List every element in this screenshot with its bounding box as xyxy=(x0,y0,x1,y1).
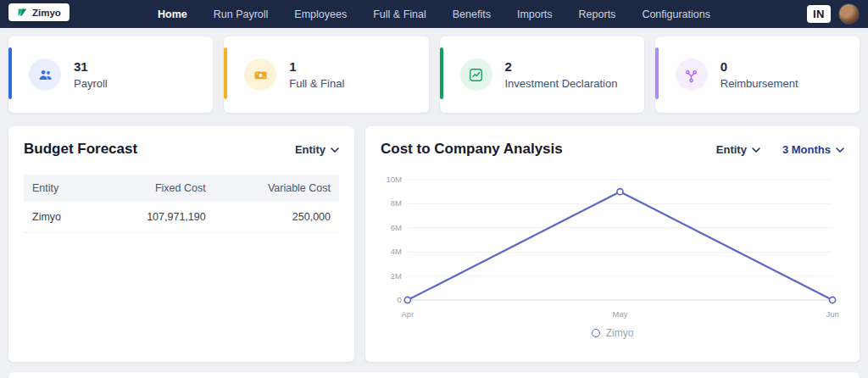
brand-name: Zimyo xyxy=(32,8,61,18)
nav-item-full-final[interactable]: Full & Final xyxy=(371,1,428,28)
chevron-down-icon xyxy=(836,146,844,153)
svg-text:Apr: Apr xyxy=(401,309,414,319)
money-icon xyxy=(244,58,276,91)
stat-card-full-final[interactable]: 1 Full & Final xyxy=(224,36,428,113)
stat-value: 0 xyxy=(721,59,798,74)
payroll-users-icon xyxy=(29,58,61,91)
svg-text:4M: 4M xyxy=(391,247,402,256)
svg-text:2M: 2M xyxy=(391,271,402,281)
ctc-analysis-panel: Cost to Company Analysis Entity 3 Months… xyxy=(365,126,860,362)
locale-badge[interactable]: IN xyxy=(807,5,831,23)
svg-text:8M: 8M xyxy=(391,198,402,208)
budget-forecast-table: Entity Fixed Cost Variable Cost Zimyo 10… xyxy=(24,175,339,233)
ctc-line-chart: 02M4M6M8M10MAprMayJun xyxy=(381,170,844,325)
stat-label: Reimbursement xyxy=(721,77,798,90)
accent-bar xyxy=(8,47,12,99)
stat-card-payroll[interactable]: 31 Payroll xyxy=(8,36,213,113)
stat-label: Investment Declaration xyxy=(505,77,618,90)
legend-item-zimyo[interactable]: Zimyo xyxy=(381,327,844,339)
cell-variable-cost: 250,000 xyxy=(214,202,339,233)
stat-value: 31 xyxy=(74,59,108,74)
chevron-down-icon xyxy=(752,146,760,153)
stat-card-investment-declaration[interactable]: 2 Investment Declaration xyxy=(440,36,644,113)
stats-row: 31 Payroll 1 Full & Final xyxy=(0,36,868,113)
budget-forecast-panel: Budget Forecast Entity Entity Fixed Cost… xyxy=(8,126,354,362)
col-fixed-cost: Fixed Cost xyxy=(96,175,214,202)
ctc-title: Cost to Company Analysis xyxy=(381,141,563,158)
svg-text:10M: 10M xyxy=(386,175,401,184)
svg-text:Jun: Jun xyxy=(826,309,838,319)
nav-item-employees[interactable]: Employees xyxy=(292,1,348,28)
share-branch-icon xyxy=(676,58,708,91)
chevron-down-icon xyxy=(331,146,339,153)
accent-bar xyxy=(440,47,443,99)
stat-value: 1 xyxy=(289,59,344,74)
stat-label: Payroll xyxy=(74,77,108,90)
stat-value: 2 xyxy=(505,59,618,74)
ctc-period-dropdown[interactable]: 3 Months xyxy=(782,143,844,156)
nav-item-configurations[interactable]: Configurations xyxy=(640,1,712,28)
ctc-entity-dropdown[interactable]: Entity xyxy=(716,143,760,156)
trend-chart-icon xyxy=(460,58,492,91)
nav-item-run-payroll[interactable]: Run Payroll xyxy=(212,1,270,28)
table-row: Zimyo 107,971,190 250,000 xyxy=(24,202,339,233)
cell-entity: Zimyo xyxy=(24,202,96,233)
budget-entity-dropdown[interactable]: Entity xyxy=(295,143,339,156)
nav-menu: Home Run Payroll Employees Full & Final … xyxy=(156,1,712,28)
budget-forecast-title: Budget Forecast xyxy=(24,141,137,158)
accent-bar xyxy=(655,47,659,99)
zimyo-logo-icon xyxy=(17,7,28,18)
brand-logo[interactable]: Zimyo xyxy=(8,3,70,21)
nav-right-cluster: IN xyxy=(807,0,860,28)
nav-item-imports[interactable]: Imports xyxy=(515,1,554,28)
svg-text:6M: 6M xyxy=(391,223,402,232)
nav-item-home[interactable]: Home xyxy=(156,1,189,28)
svg-text:May: May xyxy=(613,309,628,319)
col-variable-cost: Variable Cost xyxy=(214,175,339,202)
legend-label: Zimyo xyxy=(606,327,634,339)
svg-text:0: 0 xyxy=(398,295,402,304)
stat-label: Full & Final xyxy=(289,77,344,90)
nav-item-reports[interactable]: Reports xyxy=(577,1,618,28)
dashboard-panels: Budget Forecast Entity Entity Fixed Cost… xyxy=(0,126,868,362)
col-entity: Entity xyxy=(24,175,96,202)
user-avatar[interactable] xyxy=(838,3,860,25)
stat-card-reimbursement[interactable]: 0 Reimbursement xyxy=(655,36,860,113)
legend-marker xyxy=(592,329,600,337)
top-navbar: Zimyo Home Run Payroll Employees Full & … xyxy=(0,0,868,28)
nav-item-benefits[interactable]: Benefits xyxy=(451,1,492,28)
partial-card xyxy=(8,372,860,378)
cell-fixed-cost: 107,971,190 xyxy=(96,202,214,233)
accent-bar xyxy=(224,47,227,99)
